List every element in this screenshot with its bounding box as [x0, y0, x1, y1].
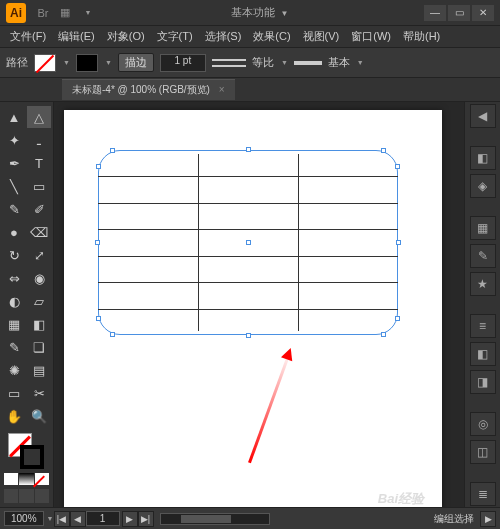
fill-stroke-indicator[interactable] [2, 433, 51, 469]
gradient-tool[interactable]: ◧ [27, 313, 51, 335]
anchor-point[interactable] [381, 148, 386, 153]
artboard[interactable]: Bai经验 jingyan.baidu.com [64, 110, 442, 507]
gradient-panel-icon[interactable]: ◧ [470, 342, 496, 366]
free-transform-tool[interactable]: ◉ [27, 267, 51, 289]
anchor-point[interactable] [95, 240, 100, 245]
column-graph-tool[interactable]: ▤ [27, 359, 51, 381]
graphic-styles-panel-icon[interactable]: ◫ [470, 440, 496, 464]
selection-tool[interactable]: ▲ [2, 106, 26, 128]
brush-tool[interactable]: ✎ [2, 198, 26, 220]
bridge-icon[interactable]: Br [36, 6, 50, 20]
brush-preview[interactable] [294, 61, 322, 65]
chevron-down-icon[interactable]: ▼ [105, 59, 112, 66]
layers-panel-icon[interactable]: ≣ [470, 482, 496, 506]
line-tool[interactable]: ╲ [2, 175, 26, 197]
chevron-down-icon[interactable]: ▼ [357, 59, 364, 66]
menu-file[interactable]: 文件(F) [4, 29, 52, 44]
center-point[interactable] [246, 240, 251, 245]
chevron-down-icon[interactable]: ▼ [81, 6, 95, 20]
first-artboard-button[interactable]: |◀ [54, 511, 70, 527]
anchor-point[interactable] [396, 240, 401, 245]
artboard-tool[interactable]: ▭ [2, 382, 26, 404]
profile-preview[interactable] [212, 59, 246, 67]
eraser-tool[interactable]: ⌫ [27, 221, 51, 243]
arrange-docs-icon[interactable]: ▦ [58, 6, 72, 20]
anchor-point[interactable] [246, 147, 251, 152]
canvas[interactable]: Bai经验 jingyan.baidu.com [54, 102, 464, 507]
expand-dock-button[interactable]: ◀ [470, 104, 496, 128]
color-panel-icon[interactable]: ◧ [470, 146, 496, 170]
color-mode-none[interactable] [35, 473, 49, 485]
screen-mode-normal[interactable] [4, 489, 18, 503]
close-button[interactable]: ✕ [472, 5, 494, 21]
anchor-point[interactable] [96, 316, 101, 321]
artboard-number-input[interactable]: 1 [86, 511, 120, 526]
color-mode-solid[interactable] [4, 473, 18, 485]
menu-effect[interactable]: 效果(C) [247, 29, 296, 44]
stroke-panel-icon[interactable]: ≡ [470, 314, 496, 338]
rectangle-tool[interactable]: ▭ [27, 175, 51, 197]
pen-tool[interactable]: ✒ [2, 152, 26, 174]
blend-tool[interactable]: ❏ [27, 336, 51, 358]
last-artboard-button[interactable]: ▶| [138, 511, 154, 527]
chevron-down-icon[interactable]: ▼ [281, 59, 288, 66]
menu-select[interactable]: 选择(S) [199, 29, 248, 44]
scale-tool[interactable]: ⤢ [27, 244, 51, 266]
maximize-button[interactable]: ▭ [448, 5, 470, 21]
color-guide-panel-icon[interactable]: ◈ [470, 174, 496, 198]
anchor-point[interactable] [381, 332, 386, 337]
slice-tool[interactable]: ✂ [27, 382, 51, 404]
style-label[interactable]: 基本 [328, 55, 350, 70]
close-tab-icon[interactable]: × [219, 84, 225, 95]
fill-swatch[interactable] [34, 54, 56, 72]
horizontal-scrollbar[interactable] [160, 513, 270, 525]
width-tool[interactable]: ⇔ [2, 267, 26, 289]
stroke-swatch[interactable] [76, 54, 98, 72]
workspace-switcher[interactable]: 基本功能 [231, 6, 275, 18]
swatches-panel-icon[interactable]: ▦ [470, 216, 496, 240]
anchor-point[interactable] [110, 148, 115, 153]
lasso-tool[interactable]: ـ [27, 129, 51, 151]
rotate-tool[interactable]: ↻ [2, 244, 26, 266]
shape-builder-tool[interactable]: ◐ [2, 290, 26, 312]
selected-rounded-rect-grid[interactable] [98, 150, 398, 335]
menu-object[interactable]: 对象(O) [101, 29, 151, 44]
menu-view[interactable]: 视图(V) [297, 29, 346, 44]
direct-selection-tool[interactable]: △ [27, 106, 51, 128]
appearance-panel-icon[interactable]: ◎ [470, 412, 496, 436]
draw-mode[interactable] [19, 489, 33, 503]
anchor-point[interactable] [96, 164, 101, 169]
menu-help[interactable]: 帮助(H) [397, 29, 446, 44]
profile-label[interactable]: 等比 [252, 55, 274, 70]
chevron-down-icon[interactable]: ▼ [47, 515, 54, 522]
document-tab[interactable]: 未标题-4* @ 100% (RGB/预览) × [62, 79, 235, 100]
perspective-grid-tool[interactable]: ▱ [27, 290, 51, 312]
anchor-point[interactable] [395, 164, 400, 169]
zoom-level-input[interactable]: 100% [4, 511, 44, 526]
brushes-panel-icon[interactable]: ✎ [470, 244, 496, 268]
chevron-down-icon[interactable]: ▼ [281, 9, 289, 18]
blob-brush-tool[interactable]: ● [2, 221, 26, 243]
minimize-button[interactable]: — [424, 5, 446, 21]
anchor-point[interactable] [110, 332, 115, 337]
menu-window[interactable]: 窗口(W) [345, 29, 397, 44]
stroke-weight-input[interactable]: 1 pt [160, 54, 206, 72]
symbols-panel-icon[interactable]: ★ [470, 272, 496, 296]
next-artboard-button[interactable]: ▶ [122, 511, 138, 527]
menu-type[interactable]: 文字(T) [151, 29, 199, 44]
eyedropper-tool[interactable]: ✎ [2, 336, 26, 358]
symbol-sprayer-tool[interactable]: ✺ [2, 359, 26, 381]
anchor-point[interactable] [246, 333, 251, 338]
stroke-panel-button[interactable]: 描边 [118, 53, 154, 72]
magic-wand-tool[interactable]: ✦ [2, 129, 26, 151]
status-menu-button[interactable]: ▶ [480, 511, 496, 527]
mesh-tool[interactable]: ▦ [2, 313, 26, 335]
stroke-indicator[interactable] [20, 445, 44, 469]
pencil-tool[interactable]: ✐ [27, 198, 51, 220]
hand-tool[interactable]: ✋ [2, 405, 26, 427]
anchor-point[interactable] [395, 316, 400, 321]
color-mode-gradient[interactable] [19, 473, 33, 485]
type-tool[interactable]: T [27, 152, 51, 174]
transparency-panel-icon[interactable]: ◨ [470, 370, 496, 394]
prev-artboard-button[interactable]: ◀ [70, 511, 86, 527]
